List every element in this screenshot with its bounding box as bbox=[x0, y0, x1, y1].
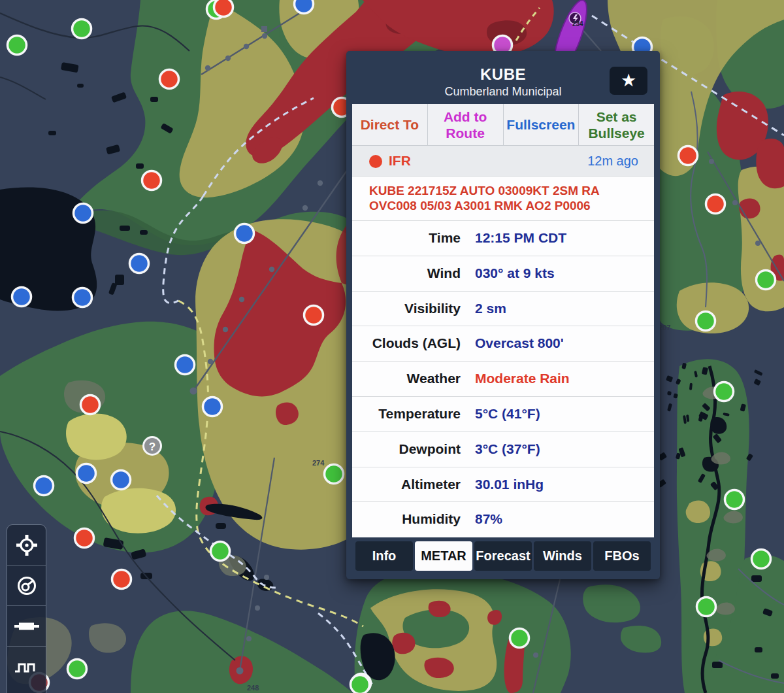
svg-text:234: 234 bbox=[572, 20, 583, 27]
svg-text:274: 274 bbox=[312, 459, 325, 467]
svg-text:207: 207 bbox=[659, 324, 670, 331]
svg-text:248: 248 bbox=[247, 684, 259, 692]
svg-text:?: ? bbox=[149, 441, 155, 453]
